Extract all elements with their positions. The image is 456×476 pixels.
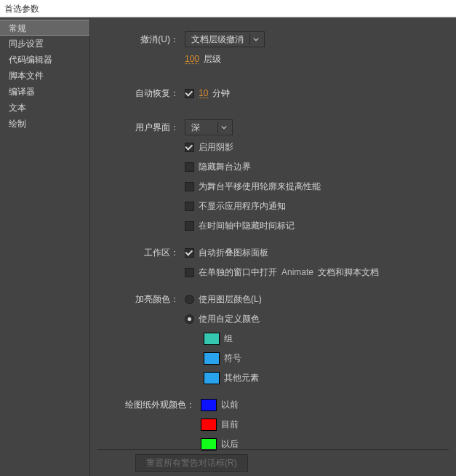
sidebar-item-label: 代码编辑器 <box>9 55 52 65</box>
ui-theme-value: 深 <box>191 122 200 134</box>
sidebar-item-sync[interactable]: 同步设置 <box>0 36 89 52</box>
auto-recovery-input[interactable]: 10 <box>199 88 208 98</box>
onion-swatch-after[interactable] <box>201 438 217 451</box>
onion-label: 绘图纸外观颜色： <box>97 399 201 411</box>
sidebar: 常规 同步设置 代码编辑器 脚本文件 编译器 文本 绘制 <box>0 17 90 476</box>
sidebar-item-text[interactable]: 文本 <box>0 100 89 116</box>
workspace-opt-prefix: 在单独的窗口中打开 <box>199 266 277 279</box>
workspace-separate-window-checkbox[interactable] <box>185 268 194 277</box>
sidebar-item-script-files[interactable]: 脚本文件 <box>0 68 89 84</box>
onion-swatch-label: 以前 <box>221 399 239 411</box>
chevron-down-icon <box>249 33 261 45</box>
auto-recovery-unit: 分钟 <box>212 87 230 100</box>
sidebar-item-drawing[interactable]: 绘制 <box>0 116 89 132</box>
highlight-swatch-symbol[interactable] <box>204 352 220 365</box>
ui-opt-outline-pan-checkbox[interactable] <box>185 182 194 191</box>
window-body: 常规 同步设置 代码编辑器 脚本文件 编译器 文本 绘制 撤消(U)： 文档层级… <box>0 17 456 476</box>
sidebar-item-label: 脚本文件 <box>9 71 44 81</box>
highlight-radio-label: 使用自定义颜色 <box>199 313 260 325</box>
sidebar-item-label: 同步设置 <box>9 39 44 49</box>
ui-theme-select[interactable]: 深 <box>185 119 233 135</box>
ui-opt-shadow-checkbox[interactable] <box>185 143 194 152</box>
preferences-window: 首选参数 常规 同步设置 代码编辑器 脚本文件 编译器 文本 绘制 撤消(U)：… <box>0 0 456 476</box>
auto-recovery-checkbox[interactable] <box>185 89 194 98</box>
undo-select-value: 文档层级撤消 <box>191 33 244 46</box>
ui-opt-label: 不显示应用程序内通知 <box>199 200 286 213</box>
highlight-swatch-label: 符号 <box>224 352 241 365</box>
ui-opt-label: 为舞台平移使用轮廓来提高性能 <box>199 181 321 193</box>
undo-levels-input[interactable]: 100 <box>185 54 199 64</box>
highlight-swatch-label: 组 <box>224 333 233 345</box>
sidebar-item-label: 编译器 <box>9 87 35 97</box>
sidebar-item-label: 文本 <box>9 103 26 113</box>
sidebar-item-compiler[interactable]: 编译器 <box>0 84 89 100</box>
sidebar-item-label: 绘制 <box>9 119 26 129</box>
onion-swatch-label: 目前 <box>221 419 239 431</box>
highlight-radio-label: 使用图层颜色(L) <box>199 293 262 306</box>
highlight-label: 加亮颜色： <box>97 293 185 306</box>
ui-opt-hide-stage-border-checkbox[interactable] <box>185 162 194 172</box>
undo-levels-unit: 层级 <box>204 53 221 66</box>
onion-swatch-label: 以后 <box>221 438 239 451</box>
highlight-layer-color-radio[interactable] <box>185 295 194 304</box>
highlight-custom-color-radio[interactable] <box>185 314 194 324</box>
ui-label: 用户界面： <box>97 122 185 134</box>
workspace-opt-suffix: 文档和脚本文档 <box>318 266 379 279</box>
divider <box>97 449 449 450</box>
window-title: 首选参数 <box>0 0 456 17</box>
highlight-swatch-label: 其他元素 <box>224 372 259 384</box>
workspace-opt-label: 自动折叠图标面板 <box>199 247 268 259</box>
general-panel: 撤消(U)： 文档层级撤消 100 层级 自动恢复： <box>90 17 456 476</box>
undo-select[interactable]: 文档层级撤消 <box>185 31 265 47</box>
ui-opt-label: 在时间轴中隐藏时间标记 <box>199 220 295 232</box>
sidebar-item-general[interactable]: 常规 <box>0 20 89 36</box>
workspace-opt-app: Animate <box>281 267 313 277</box>
workspace-label: 工作区： <box>97 247 185 259</box>
auto-recovery-label: 自动恢复： <box>97 87 185 100</box>
highlight-swatch-other[interactable] <box>204 372 220 384</box>
chevron-down-icon <box>217 122 229 133</box>
highlight-swatch-group[interactable] <box>204 333 220 345</box>
undo-label: 撤消(U)： <box>97 33 185 46</box>
ui-opt-label: 启用阴影 <box>199 141 233 154</box>
onion-swatch-before[interactable] <box>201 399 217 411</box>
sidebar-item-label: 常规 <box>9 23 26 33</box>
sidebar-item-code-editor[interactable]: 代码编辑器 <box>0 52 89 68</box>
ui-opt-hide-notifications-checkbox[interactable] <box>185 202 194 211</box>
workspace-collapse-checkbox[interactable] <box>185 248 194 258</box>
ui-opt-hide-time-marks-checkbox[interactable] <box>185 221 194 231</box>
onion-swatch-current[interactable] <box>201 419 217 431</box>
ui-opt-label: 隐藏舞台边界 <box>199 161 251 173</box>
reset-warnings-button[interactable]: 重置所有警告对话框(R) <box>135 454 248 472</box>
